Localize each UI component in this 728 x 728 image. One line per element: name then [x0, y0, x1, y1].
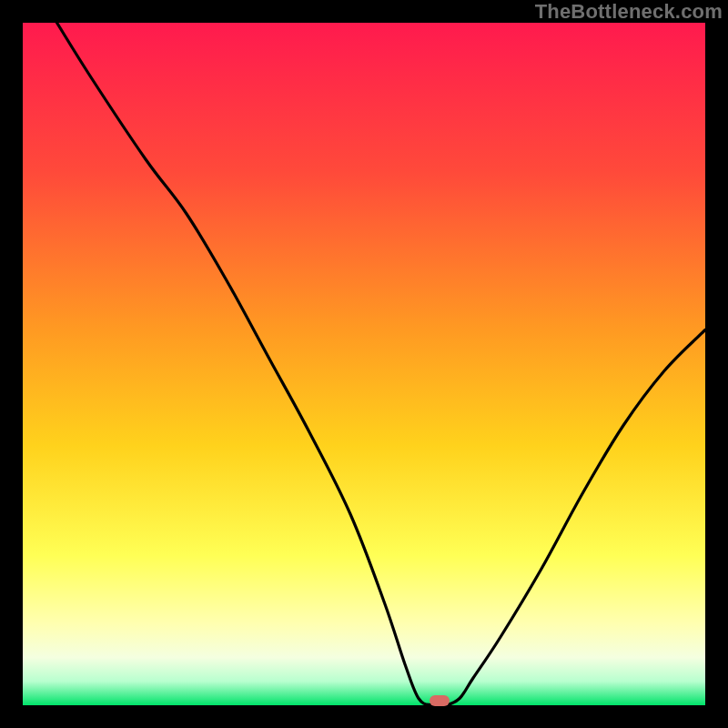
plot-area — [23, 23, 705, 705]
chart-frame: TheBottleneck.com — [0, 0, 728, 728]
optimal-marker — [430, 695, 450, 706]
chart-svg — [23, 23, 705, 705]
gradient-background — [23, 23, 705, 705]
watermark-text: TheBottleneck.com — [535, 0, 723, 24]
